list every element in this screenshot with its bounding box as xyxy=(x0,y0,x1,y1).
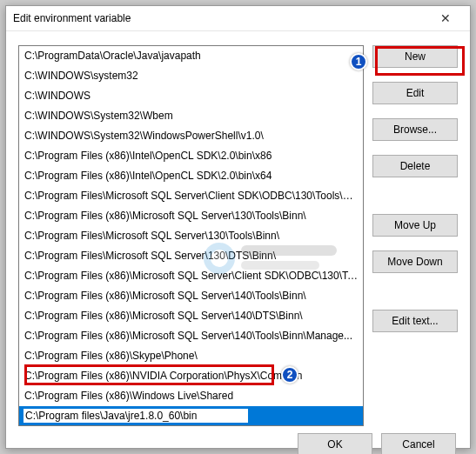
list-item[interactable]: C:\Program Files\Microsoft SQL Server\13… xyxy=(19,246,363,266)
dialog-window: Edit environment variable ✕ C:\ProgramDa… xyxy=(5,5,471,449)
bottom-bar: OK Cancel xyxy=(6,433,470,454)
path-edit-input[interactable] xyxy=(23,408,249,424)
list-item[interactable]: C:\Program Files (x86)\Intel\OpenCL SDK\… xyxy=(19,146,363,166)
delete-button[interactable]: Delete xyxy=(372,155,458,177)
list-item[interactable]: C:\Program Files (x86)\Microsoft SQL Ser… xyxy=(19,286,363,306)
ok-button[interactable]: OK xyxy=(298,433,372,454)
list-item[interactable]: C:\WINDOWS\System32\Wbem xyxy=(19,106,363,126)
edit-text-button[interactable]: Edit text... xyxy=(372,310,458,332)
list-item[interactable]: C:\Program Files (x86)\Microsoft SQL Ser… xyxy=(19,266,363,286)
list-item[interactable]: C:\Program Files (x86)\Windows Live\Shar… xyxy=(19,386,363,406)
cancel-button[interactable]: Cancel xyxy=(381,433,456,454)
list-item[interactable]: C:\WINDOWS\system32 xyxy=(19,66,363,86)
listbox-inner: C:\ProgramData\Oracle\Java\javapath C:\W… xyxy=(19,46,363,425)
content-area: C:\ProgramData\Oracle\Java\javapath C:\W… xyxy=(6,31,470,433)
list-item[interactable]: C:\WINDOWS\System32\WindowsPowerShell\v1… xyxy=(19,126,363,146)
new-button[interactable]: New xyxy=(372,45,458,68)
browse-button[interactable]: Browse... xyxy=(372,118,458,141)
list-item[interactable]: C:\Program Files (x86)\Skype\Phone\ xyxy=(19,346,363,366)
list-item[interactable]: C:\Program Files\Microsoft SQL Server\13… xyxy=(19,226,363,246)
close-icon[interactable]: ✕ xyxy=(428,6,463,30)
list-item[interactable]: C:\ProgramData\Oracle\Java\javapath xyxy=(19,46,363,66)
list-item-selected[interactable] xyxy=(19,406,363,425)
move-up-button[interactable]: Move Up xyxy=(372,214,458,237)
path-listbox[interactable]: C:\ProgramData\Oracle\Java\javapath C:\W… xyxy=(18,45,364,426)
list-item[interactable]: C:\Program Files (x86)\NVIDIA Corporatio… xyxy=(19,366,363,386)
list-item[interactable]: C:\Program Files (x86)\Microsoft SQL Ser… xyxy=(19,306,363,326)
list-item[interactable]: C:\Program Files (x86)\Microsoft SQL Ser… xyxy=(19,326,363,346)
list-item[interactable]: C:\Program Files (x86)\Microsoft SQL Ser… xyxy=(19,206,363,226)
list-item[interactable]: C:\Program Files\Microsoft SQL Server\Cl… xyxy=(19,186,363,206)
edit-button[interactable]: Edit xyxy=(372,82,458,104)
list-item[interactable]: C:\WINDOWS xyxy=(19,86,363,106)
window-title: Edit environment variable xyxy=(13,12,428,24)
titlebar: Edit environment variable ✕ xyxy=(6,6,470,31)
button-sidebar: New Edit Browse... Delete Move Up Move D… xyxy=(372,45,458,426)
list-item[interactable]: C:\Program Files (x86)\Intel\OpenCL SDK\… xyxy=(19,166,363,186)
move-down-button[interactable]: Move Down xyxy=(372,250,458,273)
